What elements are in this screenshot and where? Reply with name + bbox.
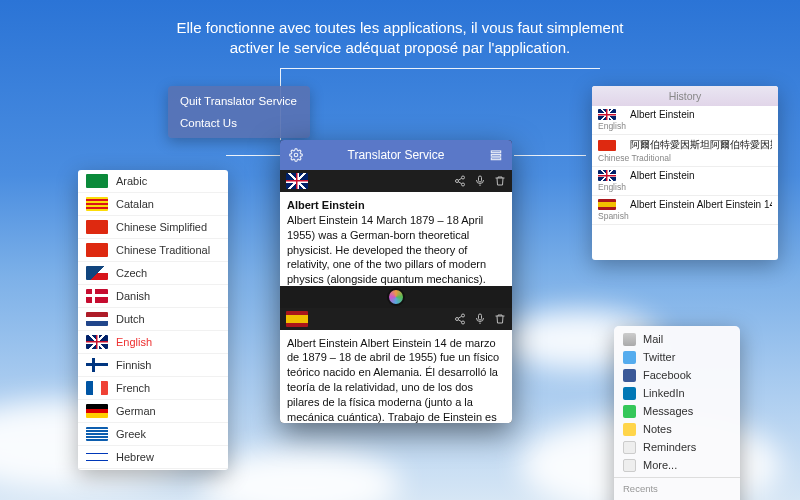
app-icon [623, 441, 636, 454]
swap-divider [280, 286, 512, 308]
source-flag-icon[interactable] [286, 173, 308, 189]
language-row[interactable]: German [78, 400, 228, 423]
context-menu-item[interactable]: Quit Translator Service [168, 90, 310, 112]
share-menu: MailTwitterFacebookLinkedInMessagesNotes… [614, 326, 740, 500]
history-item[interactable]: Albert EinsteinEnglish [592, 167, 778, 196]
target-text[interactable]: Albert Einstein Albert Einstein 14 de ma… [280, 330, 512, 424]
language-label: Danish [116, 290, 150, 302]
svg-rect-11 [479, 314, 482, 320]
share-item[interactable]: Facebook [614, 366, 740, 384]
flag-icon [86, 312, 108, 326]
context-menu-item[interactable]: Contact Us [168, 112, 310, 134]
app-icon [623, 387, 636, 400]
trash-icon[interactable] [494, 313, 506, 325]
flag-icon [598, 140, 616, 151]
history-lang: Spanish [598, 211, 772, 221]
flag-icon [86, 404, 108, 418]
flag-icon [598, 109, 616, 120]
mic-icon[interactable] [474, 313, 486, 325]
mic-icon[interactable] [474, 175, 486, 187]
share-label: LinkedIn [643, 387, 685, 399]
language-row[interactable]: Arabic [78, 170, 228, 193]
language-row[interactable]: French [78, 377, 228, 400]
target-pane: Albert Einstein Albert Einstein 14 de ma… [280, 308, 512, 424]
source-text[interactable]: Albert EinsteinAlbert Einstein Albert Ei… [280, 192, 512, 286]
app-icon [623, 405, 636, 418]
flag-icon [86, 289, 108, 303]
caption: Elle fonctionne avec toutes les applicat… [0, 18, 800, 59]
share-label: Twitter [643, 351, 675, 363]
flag-icon [598, 199, 616, 210]
app-icon [623, 459, 636, 472]
language-row[interactable]: Dutch [78, 308, 228, 331]
language-label: Chinese Traditional [116, 244, 210, 256]
share-item[interactable]: Reminders [614, 438, 740, 456]
history-item[interactable]: Albert EinsteinEnglish [592, 106, 778, 135]
history-text: Albert Einstein [630, 170, 694, 181]
callout-line [226, 155, 284, 156]
flag-icon [598, 170, 616, 181]
callout-line [280, 68, 600, 140]
app-icon [623, 423, 636, 436]
share-icon[interactable] [454, 175, 466, 187]
share-item[interactable]: More... [614, 456, 740, 474]
source-title: Albert Einstein [287, 199, 365, 211]
app-icon [623, 333, 636, 346]
trash-icon[interactable] [494, 175, 506, 187]
history-item[interactable]: 阿爾伯特愛因斯坦阿爾伯特愛因斯坦 14 三月 18...Chinese Trad… [592, 135, 778, 167]
flag-icon [86, 243, 108, 257]
language-label: Finnish [116, 359, 151, 371]
language-label: English [116, 336, 152, 348]
recent-item[interactable]: ✉ [614, 496, 740, 500]
share-item[interactable]: LinkedIn [614, 384, 740, 402]
target-flag-icon[interactable] [286, 311, 308, 327]
flag-icon [86, 266, 108, 280]
history-panel: History Albert EinsteinEnglish阿爾伯特愛因斯坦阿爾… [592, 86, 778, 260]
svg-rect-3 [491, 158, 500, 160]
language-row[interactable]: Hebrew [78, 446, 228, 469]
source-pane: Albert EinsteinAlbert Einstein Albert Ei… [280, 170, 512, 286]
language-row[interactable]: Finnish [78, 354, 228, 377]
language-label: French [116, 382, 150, 394]
flag-icon [86, 174, 108, 188]
language-row[interactable]: Chinese Simplified [78, 216, 228, 239]
svg-point-6 [462, 183, 465, 186]
settings-icon[interactable] [288, 147, 304, 163]
target-langbar [280, 308, 512, 330]
history-title: History [592, 86, 778, 106]
history-item[interactable]: Albert Einstein Albert Einstein 14 de ma… [592, 196, 778, 225]
share-item[interactable]: Messages [614, 402, 740, 420]
language-label: Greek [116, 428, 146, 440]
language-row[interactable]: Chinese Traditional [78, 239, 228, 262]
language-row[interactable]: Catalan [78, 193, 228, 216]
svg-point-9 [456, 317, 459, 320]
flag-icon [86, 197, 108, 211]
list-icon[interactable] [488, 147, 504, 163]
svg-rect-1 [491, 151, 500, 153]
context-menu: Quit Translator ServiceContact Us [168, 86, 310, 138]
svg-rect-7 [479, 176, 482, 182]
share-label: Facebook [643, 369, 691, 381]
globe-icon[interactable] [387, 288, 405, 306]
flag-icon [86, 220, 108, 234]
language-label: Czech [116, 267, 147, 279]
history-lang: English [598, 182, 772, 192]
share-item[interactable]: Notes [614, 420, 740, 438]
share-label: Notes [643, 423, 672, 435]
language-row[interactable]: English [78, 331, 228, 354]
language-row[interactable]: Greek [78, 423, 228, 446]
share-label: Messages [643, 405, 693, 417]
share-label: Reminders [643, 441, 696, 453]
history-lang: English [598, 121, 772, 131]
share-item[interactable]: Mail [614, 330, 740, 348]
language-label: Arabic [116, 175, 147, 187]
flag-icon [86, 427, 108, 441]
share-item[interactable]: Twitter [614, 348, 740, 366]
flag-icon [86, 381, 108, 395]
translator-titlebar: Translator Service [280, 140, 512, 170]
share-icon[interactable] [454, 313, 466, 325]
language-list[interactable]: ArabicCatalanChinese SimplifiedChinese T… [78, 170, 228, 470]
recents-label: Recents [614, 481, 740, 496]
language-row[interactable]: Danish [78, 285, 228, 308]
language-row[interactable]: Czech [78, 262, 228, 285]
